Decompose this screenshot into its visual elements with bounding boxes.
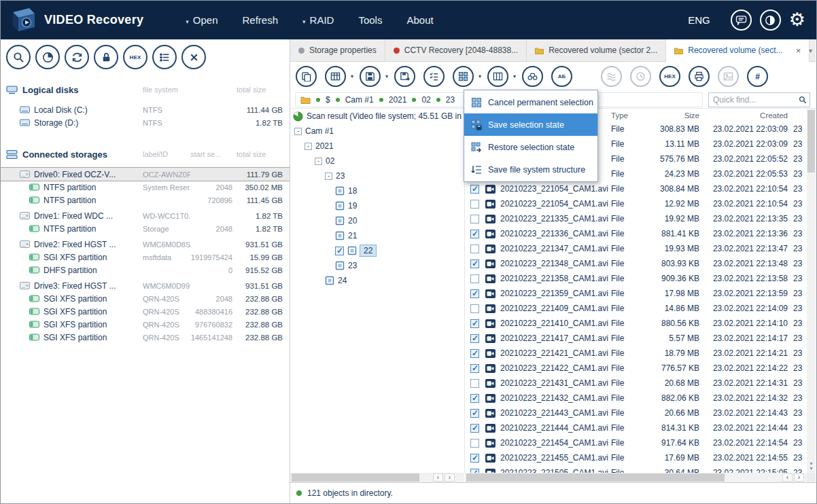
tree-node-cam1[interactable]: Cam #1 bbox=[290, 124, 464, 139]
file-row[interactable]: 20210223_221443_CAM1.avi File 20.66 MB 2… bbox=[465, 406, 807, 420]
tree-horizontal-scrollbar[interactable]: ‹ › bbox=[290, 473, 464, 482]
file-checkbox[interactable] bbox=[470, 289, 479, 298]
file-row[interactable]: 20210223_221454_CAM1.avi File 917.64 KB … bbox=[465, 435, 807, 450]
chevron-down-icon[interactable] bbox=[479, 73, 481, 79]
tab-storage-properties[interactable]: Storage properties bbox=[290, 39, 385, 61]
file-row[interactable]: 20210223_221054_CAM1.avi File 308.84 MB … bbox=[465, 181, 807, 196]
scroll-left-button[interactable]: ‹ bbox=[433, 473, 443, 482]
magnifier-icon[interactable] bbox=[799, 96, 807, 104]
storage-row[interactable]: NTFS partition Storage 2048 1.82 TB bbox=[1, 222, 290, 235]
menu-item-save-fs-structure[interactable]: Save file system structure bbox=[464, 158, 597, 181]
storage-row[interactable]: Drive3: Fixed HGST ... WMC6M0D99... 931.… bbox=[1, 279, 290, 292]
tree-checkbox[interactable] bbox=[335, 247, 344, 255]
search-button[interactable] bbox=[6, 45, 31, 69]
collapse-icon[interactable] bbox=[294, 128, 302, 135]
file-checkbox[interactable] bbox=[470, 230, 479, 238]
menu-tools[interactable]: Tools bbox=[358, 14, 382, 26]
collapse-icon[interactable] bbox=[325, 173, 332, 180]
storage-row[interactable]: SGI XFS partition QRN-420S 976760832 232… bbox=[1, 318, 290, 331]
file-row[interactable]: 20210223_221444_CAM1.avi File 814.31 KB … bbox=[465, 420, 807, 435]
file-checkbox[interactable] bbox=[470, 409, 479, 418]
file-checkbox[interactable] bbox=[470, 334, 479, 343]
file-checkbox[interactable] bbox=[470, 274, 479, 283]
file-checkbox[interactable] bbox=[470, 200, 479, 209]
properties-button[interactable] bbox=[152, 45, 177, 69]
breadcrumb-item[interactable]: Cam #1 bbox=[336, 95, 374, 105]
menu-item-cancel-selection[interactable]: Cancel permanent selection bbox=[464, 91, 597, 113]
file-row[interactable]: 20210223_221417_CAM1.avi File 5.57 MB 23… bbox=[465, 331, 807, 346]
columns-button[interactable] bbox=[487, 66, 508, 87]
storage-row[interactable]: Drive1: Fixed WDC ... WD-WCC1T0... 1.82 … bbox=[1, 209, 290, 222]
collapse-icon[interactable] bbox=[315, 158, 322, 165]
storage-row[interactable]: Drive2: Fixed HGST ... WMC6M0D8S... 931.… bbox=[1, 238, 290, 251]
file-checkbox[interactable] bbox=[470, 364, 479, 373]
menu-open[interactable]: Open bbox=[186, 14, 218, 26]
scrollbar-thumb[interactable] bbox=[807, 110, 815, 173]
vertical-scrollbar[interactable] bbox=[807, 109, 816, 473]
language-selector[interactable]: ENG bbox=[688, 14, 710, 26]
storage-row[interactable]: NTFS partition System Reser... 2048 350.… bbox=[1, 181, 290, 194]
breadcrumb-item[interactable]: $ bbox=[316, 95, 330, 105]
scrollbar-thumb[interactable] bbox=[292, 473, 419, 482]
file-row[interactable]: 20210223_221336_CAM1.avi File 881.41 KB … bbox=[465, 226, 807, 241]
file-checkbox[interactable] bbox=[470, 319, 479, 328]
storage-row[interactable]: DHFS partition 0 915.52 GB bbox=[1, 264, 290, 276]
file-row[interactable]: 20210223_221054_CAM1.avi File 12.92 MB 2… bbox=[465, 196, 807, 211]
storage-row[interactable]: SGI XFS partition QRN-420S 1465141248 23… bbox=[1, 331, 290, 344]
scrollbar-thumb[interactable] bbox=[466, 473, 725, 482]
logical-disk-row[interactable]: Local Disk (C:) NTFS 111.44 GB bbox=[1, 103, 290, 116]
tree-node-23[interactable]: 23 bbox=[290, 168, 464, 183]
menu-raid[interactable]: RAID bbox=[302, 14, 334, 26]
goto-offset-button[interactable]: # bbox=[747, 66, 768, 87]
tree-node-22[interactable]: 22 bbox=[290, 243, 464, 258]
file-row[interactable]: 20210223_221431_CAM1.avi File 20.68 MB 2… bbox=[465, 376, 807, 391]
storage-row[interactable]: SGI XFS partition QRN-420S 2048 232.88 G… bbox=[1, 292, 290, 305]
find-button[interactable] bbox=[522, 66, 543, 87]
menu-item-save-selection-state[interactable]: Save selection state bbox=[464, 113, 597, 136]
save-button[interactable] bbox=[360, 66, 381, 87]
logical-disk-row[interactable]: Storage (D:) NTFS 1.82 TB bbox=[1, 116, 290, 129]
file-checkbox[interactable] bbox=[470, 304, 479, 313]
file-row[interactable]: 20210223_221409_CAM1.avi File 14.86 MB 2… bbox=[465, 301, 807, 316]
file-row[interactable]: 20210223_221432_CAM1.avi File 882.06 KB … bbox=[465, 391, 807, 406]
file-row[interactable]: 20210223_221421_CAM1.avi File 18.79 MB 2… bbox=[465, 346, 807, 361]
file-row[interactable]: 20210223_221335_CAM1.avi File 19.92 MB 2… bbox=[465, 211, 807, 226]
quick-find-input[interactable] bbox=[713, 95, 799, 105]
lock-button[interactable] bbox=[94, 45, 118, 69]
storage-row[interactable]: SGI XFS partition QRN-420S 488380416 232… bbox=[1, 305, 290, 318]
file-row[interactable]: 20210223_221358_CAM1.avi File 909.36 KB … bbox=[465, 271, 807, 286]
file-checkbox[interactable] bbox=[470, 454, 479, 463]
selection-tools-button[interactable] bbox=[453, 66, 474, 87]
tree-node-02[interactable]: 02 bbox=[290, 154, 464, 168]
disk-usage-button[interactable] bbox=[35, 45, 60, 69]
menu-item-restore-selection-state[interactable]: Restore selection state bbox=[464, 136, 597, 158]
tab-list-button[interactable] bbox=[809, 47, 812, 54]
scroll-down-icon[interactable] bbox=[807, 461, 816, 471]
chevron-down-icon[interactable] bbox=[385, 73, 388, 79]
file-row[interactable]: 20210223_221410_CAM1.avi File 880.56 KB … bbox=[465, 316, 807, 331]
file-checkbox[interactable] bbox=[470, 439, 479, 448]
chevron-down-icon[interactable] bbox=[513, 73, 516, 79]
file-checkbox[interactable] bbox=[470, 349, 479, 358]
storage-row[interactable]: SGI XFS partition msftdata 1919975424 15… bbox=[1, 251, 290, 264]
breadcrumb-item[interactable]: 23 bbox=[436, 95, 455, 105]
file-checkbox[interactable] bbox=[470, 394, 479, 403]
storage-row[interactable]: NTFS partition 720896 111.45 GB bbox=[1, 194, 290, 206]
chevron-down-icon[interactable] bbox=[351, 73, 353, 79]
file-checkbox[interactable] bbox=[470, 185, 479, 194]
file-row[interactable]: 20210223_221347_CAM1.avi File 19.93 MB 2… bbox=[465, 241, 807, 256]
encoding-button[interactable]: AБ bbox=[551, 66, 572, 87]
file-checkbox[interactable] bbox=[470, 259, 479, 268]
column-type[interactable]: Type bbox=[611, 111, 645, 120]
tree-node-18[interactable]: 18 bbox=[290, 183, 464, 198]
tab-close-icon[interactable] bbox=[796, 46, 801, 56]
scroll-right-button[interactable]: › bbox=[794, 473, 804, 482]
tree-node-20[interactable]: 20 bbox=[290, 213, 464, 228]
hex-viewer-button[interactable]: HEX bbox=[123, 45, 147, 69]
menu-refresh[interactable]: Refresh bbox=[243, 14, 279, 26]
scan-result-root[interactable]: Scan result (Video file system; 45.51 GB… bbox=[290, 109, 464, 124]
settings-button[interactable] bbox=[789, 11, 805, 29]
tab-recovered-volume-1[interactable]: Recovered volume (sector 2... bbox=[527, 39, 666, 61]
column-created[interactable]: Created bbox=[699, 111, 788, 120]
hex-view-button[interactable]: HEX bbox=[659, 66, 680, 87]
